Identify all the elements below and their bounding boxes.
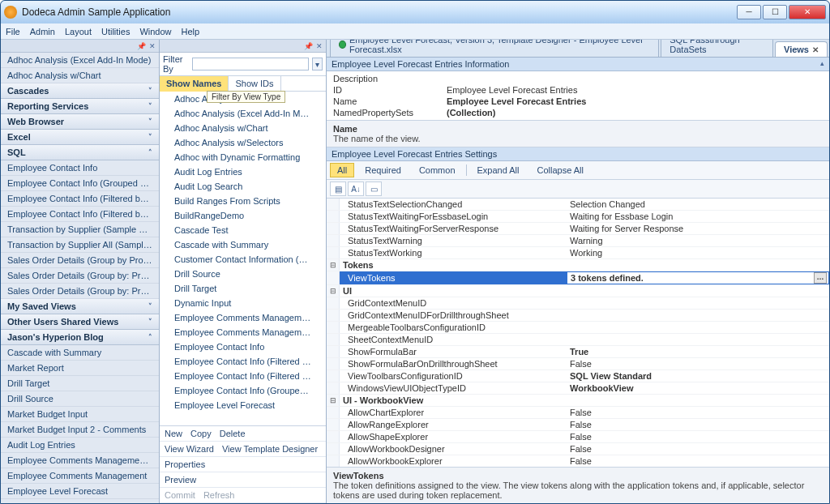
list-item[interactable]: Employee Level Forecast	[160, 398, 326, 412]
property-value[interactable]: Waiting for Essbase Login	[567, 211, 829, 222]
menu-help[interactable]: Help	[182, 27, 200, 36]
property-value[interactable]: True	[567, 346, 829, 357]
expand-icon[interactable]: ⊟	[327, 285, 340, 297]
close-panel-icon[interactable]: ✕	[149, 42, 156, 50]
sidebar-item[interactable]: Audit Log Entries	[1, 438, 159, 453]
sidebar-item[interactable]: Adhoc Analysis (Excel Add-In Mode)	[1, 53, 159, 68]
menu-window[interactable]: Window	[139, 27, 171, 36]
sidebar-item[interactable]: Sales Order Details (Group by: Produ…	[1, 268, 159, 284]
menu-file[interactable]: File	[6, 27, 20, 36]
list-item[interactable]: Cascade Test	[160, 223, 326, 237]
sidebar-item[interactable]: Drill Target	[1, 376, 159, 391]
doc-tab[interactable]: Views✕	[775, 41, 828, 57]
sidebar-group-sql[interactable]: SQL˄	[1, 145, 159, 160]
list-item[interactable]: Employee Comments Management (Es…	[160, 325, 326, 340]
collapse-icon[interactable]: ▴	[820, 59, 824, 69]
settings-action-expand-all[interactable]: Expand All	[470, 163, 527, 177]
property-row[interactable]: StatusTextWaitingForEssbaseLoginWaiting …	[327, 211, 829, 223]
property-category[interactable]: ⊟UI - WorkbookView	[327, 395, 829, 407]
list-item[interactable]: Build Ranges From Scripts	[160, 194, 326, 208]
sidebar-item[interactable]: Employee Contact Info (Filtered by: La…	[1, 191, 159, 207]
expand-icon[interactable]: ⊟	[327, 395, 340, 406]
property-value[interactable]: WorkbookView	[567, 382, 829, 394]
property-value[interactable]	[567, 327, 829, 328]
sidebar-group-web-browser[interactable]: Web Browser˅	[1, 114, 159, 130]
sidebar-group-excel[interactable]: Excel˅	[1, 130, 159, 145]
list-item[interactable]: Customer Contact Information (Advent…	[160, 252, 326, 267]
page-button[interactable]: ▭	[366, 182, 382, 196]
copy-button[interactable]: Copy	[190, 429, 212, 438]
property-value[interactable]: False	[567, 431, 829, 442]
close-tab-icon[interactable]: ✕	[812, 45, 819, 54]
doc-tab[interactable]: SQL Passthrough DataSets	[661, 40, 773, 57]
sidebar-item[interactable]: Market Budget Input 2 - Comments	[1, 422, 159, 438]
tab-show-names[interactable]: Show Names	[160, 76, 229, 92]
property-value[interactable]: False	[567, 407, 829, 418]
sidebar-item[interactable]: Employee Contact Info (Grouped by: J…	[1, 176, 159, 191]
list-item[interactable]: Cascade with Summary	[160, 237, 326, 252]
sidebar-item[interactable]: Market Report	[1, 361, 159, 376]
sidebar-group-my-saved-views[interactable]: My Saved Views˅	[1, 299, 159, 314]
close-panel-icon[interactable]: ✕	[316, 42, 323, 50]
property-row[interactable]: StatusTextWorkingWorking	[327, 247, 829, 259]
sidebar-group-reporting-services[interactable]: Reporting Services˅	[1, 99, 159, 114]
pin-icon[interactable]: 📌	[137, 42, 146, 50]
property-row[interactable]: MergeableToolbarsConfigurationID	[327, 322, 829, 334]
list-item[interactable]: Adhoc Analysis (Excel Add-In Mode)	[160, 106, 326, 121]
sidebar-item[interactable]: Employee Comments Management	[1, 468, 159, 484]
list-item[interactable]: Employee Contact Info (Filtered by: Las…	[160, 369, 326, 383]
list-item[interactable]: Dynamic Input	[160, 296, 326, 310]
sidebar-item[interactable]: Cascade with Summary	[1, 345, 159, 361]
settings-tab-required[interactable]: Required	[357, 163, 409, 177]
property-value[interactable]: False	[567, 443, 829, 455]
filter-input[interactable]	[192, 58, 309, 70]
list-item[interactable]: Employee Contact Info (Grouped by: Jo…	[160, 383, 326, 398]
property-category[interactable]: ⊟Tokens	[327, 259, 829, 271]
close-button[interactable]: ✕	[789, 5, 826, 19]
list-item[interactable]: BuildRangeDemo	[160, 208, 326, 223]
property-row[interactable]: ShowFormulaBarOnDrillthroughSheetFalse	[327, 358, 829, 370]
menu-utilities[interactable]: Utilities	[101, 27, 130, 36]
property-value[interactable]: SQL View Standard	[567, 370, 829, 382]
property-row[interactable]: AllowWorkbookDesignerFalse	[327, 443, 829, 455]
sidebar-item[interactable]: Employee Level Forecast	[1, 484, 159, 499]
property-row[interactable]: StatusTextWarningWarning	[327, 235, 829, 247]
property-value[interactable]	[567, 302, 829, 304]
settings-tab-common[interactable]: Common	[412, 163, 463, 177]
delete-button[interactable]: Delete	[220, 429, 246, 438]
property-row[interactable]: ViewTokens3 tokens defined.	[327, 271, 829, 285]
list-item[interactable]: Employee Contact Info	[160, 340, 326, 354]
property-row[interactable]: AllowShapeExplorerFalse	[327, 431, 829, 443]
sidebar-group-jason-s-hyperion-blog[interactable]: Jason's Hyperion Blog˄	[1, 330, 159, 345]
property-row[interactable]: ShowFormulaBarTrue	[327, 346, 829, 358]
property-row[interactable]: AllowChartExplorerFalse	[327, 407, 829, 419]
sidebar-item[interactable]: Transaction by Supplier (Sample Basic)	[1, 222, 159, 237]
property-value[interactable]: 3 tokens defined.	[567, 271, 829, 284]
new-button[interactable]: New	[165, 429, 182, 438]
list-item[interactable]: Drill Source	[160, 267, 326, 281]
sidebar-item[interactable]: Adhoc Analysis w/Chart	[1, 68, 159, 83]
list-item[interactable]: Employee Comments Management	[160, 310, 326, 325]
sidebar-item[interactable]: Employee Level Forecast 2	[1, 499, 159, 503]
sidebar-item[interactable]: Employee Contact Info (Filtered by: La…	[1, 207, 159, 222]
list-item[interactable]: Adhoc Analysis w/Selectors	[160, 135, 326, 150]
list-item[interactable]: Employee Contact Info (Filtered by: Las…	[160, 354, 326, 369]
sidebar-item[interactable]: Sales Order Details (Group by Produc…	[1, 253, 159, 268]
sidebar-item[interactable]: Employee Contact Info	[1, 160, 159, 176]
property-value[interactable]: Warning	[567, 235, 829, 246]
doc-tab[interactable]: Employee Level Forecast, Version 3, Temp…	[330, 40, 659, 57]
settings-tab-all[interactable]: All	[330, 163, 354, 177]
sidebar-item[interactable]: Sales Order Details (Group by: Produ…	[1, 284, 159, 299]
property-row[interactable]: StatusTextSelectionChangedSelection Chan…	[327, 199, 829, 211]
view-template-designer-button[interactable]: View Template Designer	[222, 444, 318, 454]
sidebar-item[interactable]: Drill Source	[1, 391, 159, 407]
sidebar-group-cascades[interactable]: Cascades˅	[1, 83, 159, 99]
property-row[interactable]: WindowsViewUIObjectTypeIDWorkbookView	[327, 382, 829, 395]
list-item[interactable]: Audit Log Entries	[160, 164, 326, 179]
property-row[interactable]: GridContextMenuID	[327, 297, 829, 310]
property-value[interactable]: Working	[567, 247, 829, 258]
property-row[interactable]: AllowWorkbookExplorerFalse	[327, 455, 829, 467]
categorize-button[interactable]: ▤	[330, 182, 346, 196]
property-row[interactable]: GridContextMenuIDForDrillthroughSheet	[327, 310, 829, 322]
property-row[interactable]: SheetContextMenuID	[327, 334, 829, 346]
